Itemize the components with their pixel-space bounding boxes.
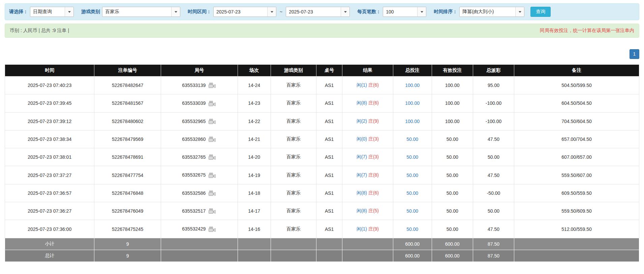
round-id: 635533039 bbox=[182, 101, 206, 106]
total-bet-link[interactable]: 100.00 bbox=[405, 83, 420, 88]
table-row: 2025-07-23 07:37:27522678477754635532675… bbox=[5, 166, 639, 184]
table-row: 2025-07-23 07:38:34522678479569635532860… bbox=[5, 130, 639, 148]
round-id: 635532860 bbox=[182, 136, 206, 142]
cell-table-no: AS1 bbox=[316, 184, 342, 202]
footer-empty-cell bbox=[161, 238, 238, 250]
result-player: 闲(1) bbox=[357, 82, 367, 88]
footer-empty-cell bbox=[238, 250, 271, 262]
summary-bar: 币别 : 人民币 | 总共 :9 注单 | 同局有效投注，统一计算在该局第一张注… bbox=[5, 24, 639, 38]
column-header: 游戏类别 bbox=[271, 65, 316, 77]
page-button-1[interactable]: 1 bbox=[630, 49, 639, 59]
column-header: 注单编号 bbox=[94, 65, 161, 77]
chevron-down-icon[interactable] bbox=[515, 7, 524, 17]
caret-icon bbox=[421, 11, 423, 13]
cell-payout: 50.00 bbox=[473, 148, 514, 166]
total-bet-link[interactable]: 50.00 bbox=[406, 154, 418, 160]
column-header: 总投注 bbox=[393, 65, 432, 77]
cell-round-id: 635532765 bbox=[161, 148, 238, 166]
cell-round-id: 635532517 bbox=[161, 202, 238, 220]
cell-valid-bet: 50.00 bbox=[432, 184, 473, 202]
total-row: 总计9600.00600.0087.50 bbox=[5, 250, 639, 262]
cell-result: 闲(8) 庄(5) bbox=[342, 202, 393, 220]
chevron-down-icon[interactable] bbox=[341, 7, 349, 17]
cell-bet-id: 522678476049 bbox=[94, 202, 161, 220]
cell-result: 闲(2) 庄(9) bbox=[342, 112, 393, 130]
chevron-down-icon[interactable] bbox=[417, 7, 426, 17]
cell-payout: 95.00 bbox=[473, 77, 514, 94]
footer-empty-cell bbox=[514, 250, 639, 262]
cell-result: 闲(8) 庄(6) bbox=[342, 94, 393, 112]
cell-valid-bet: 50.00 bbox=[432, 166, 473, 184]
cell-time: 2025-07-23 07:40:23 bbox=[5, 77, 94, 94]
cell-total-bet: 50.00 bbox=[393, 166, 432, 184]
video-replay-icon[interactable] bbox=[208, 118, 216, 124]
video-replay-icon[interactable] bbox=[208, 82, 216, 88]
cell-round-id: 635533139 bbox=[161, 77, 238, 94]
total-bet-link[interactable]: 100.00 bbox=[405, 100, 420, 106]
caret-icon bbox=[175, 11, 177, 13]
page-size-select[interactable]: 100 bbox=[383, 7, 426, 17]
video-replay-icon[interactable] bbox=[208, 208, 216, 214]
cell-table-no: AS1 bbox=[316, 166, 342, 184]
caret-icon bbox=[519, 11, 521, 13]
total-bet-link[interactable]: 50.00 bbox=[406, 226, 418, 232]
total-bet-link[interactable]: 50.00 bbox=[406, 136, 418, 142]
cell-note: 512.00/559.50 bbox=[514, 220, 639, 238]
result-banker: 庄(9) bbox=[368, 226, 379, 232]
date-from-select[interactable]: 2025-07-23 bbox=[213, 7, 276, 17]
total-bet-link[interactable]: 100.00 bbox=[405, 119, 420, 124]
round-id: 635533139 bbox=[182, 83, 206, 88]
cell-time: 2025-07-23 07:37:27 bbox=[5, 166, 94, 184]
same-round-note: 同局有效投注，统一计算在该局第一张注单内 bbox=[540, 28, 634, 34]
result-player: 闲(7) bbox=[357, 154, 367, 159]
video-replay-icon[interactable] bbox=[208, 172, 216, 178]
cell-payout: 50.00 bbox=[473, 202, 514, 220]
column-header: 局号 bbox=[161, 65, 238, 77]
cell-bet-id: 522678478691 bbox=[94, 148, 161, 166]
chevron-down-icon[interactable] bbox=[65, 7, 73, 17]
caret-icon bbox=[344, 11, 347, 13]
sort-order-select[interactable]: 降冪(由大到小) bbox=[459, 7, 524, 17]
footer-empty-cell bbox=[342, 250, 393, 262]
total-bet-link[interactable]: 50.00 bbox=[406, 173, 418, 178]
cell-bet-id: 522678482647 bbox=[94, 77, 161, 94]
query-type-select[interactable]: 日期查询 bbox=[30, 7, 74, 17]
video-replay-icon[interactable] bbox=[208, 154, 216, 160]
video-replay-icon[interactable] bbox=[208, 100, 216, 106]
cell-session: 14-21 bbox=[238, 130, 271, 148]
video-replay-icon[interactable] bbox=[208, 136, 216, 142]
total-bet-link[interactable]: 50.00 bbox=[406, 208, 418, 214]
chevron-down-icon[interactable] bbox=[267, 7, 276, 17]
game-type-select[interactable]: 百家乐 bbox=[102, 7, 180, 17]
cell-valid-bet: 100.00 bbox=[432, 112, 473, 130]
query-type-value: 日期查询 bbox=[30, 7, 65, 17]
cell-valid-bet: 50.00 bbox=[432, 148, 473, 166]
round-id: 635532965 bbox=[182, 119, 206, 124]
round-id: 635532675 bbox=[182, 173, 206, 178]
cell-payout: -100.00 bbox=[473, 94, 514, 112]
cell-payout: 47.50 bbox=[473, 166, 514, 184]
search-button[interactable]: 查询 bbox=[530, 7, 551, 17]
video-replay-icon[interactable] bbox=[208, 190, 216, 196]
round-id: 635532765 bbox=[182, 154, 206, 160]
footer-empty-cell bbox=[316, 250, 342, 262]
video-replay-icon[interactable] bbox=[208, 226, 216, 232]
cell-table-no: AS1 bbox=[316, 148, 342, 166]
table-header-row: 时间注单编号局号场次游戏类别桌号结果总投注有效投注总派彩备注 bbox=[5, 65, 639, 77]
cell-result: 闲(1) 庄(6) bbox=[342, 77, 393, 94]
result-player: 闲(8) bbox=[357, 190, 367, 195]
footer-empty-cell bbox=[161, 250, 238, 262]
date-to-select[interactable]: 2025-07-23 bbox=[286, 7, 350, 17]
cell-table-no: AS1 bbox=[316, 94, 342, 112]
date-from-value: 2025-07-23 bbox=[214, 7, 267, 17]
footer-count: 9 bbox=[94, 250, 161, 262]
cell-time: 2025-07-23 07:36:57 bbox=[5, 184, 94, 202]
table-row: 2025-07-23 07:36:57522678476848635532586… bbox=[5, 184, 639, 202]
table-row: 2025-07-23 07:36:27522678476049635532517… bbox=[5, 202, 639, 220]
cell-valid-bet: 100.00 bbox=[432, 77, 473, 94]
cell-result: 闲(7) 庄(8) bbox=[342, 166, 393, 184]
chevron-down-icon[interactable] bbox=[171, 7, 180, 17]
total-bet-link[interactable]: 50.00 bbox=[406, 190, 418, 196]
cell-game-type: 百家乐 bbox=[271, 94, 316, 112]
cell-payout: -100.00 bbox=[473, 112, 514, 130]
